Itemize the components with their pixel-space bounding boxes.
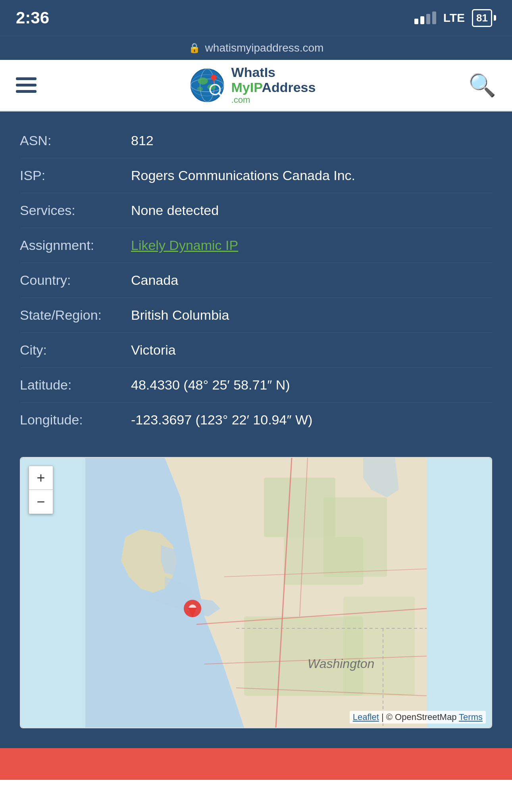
info-label: Latitude: xyxy=(20,377,131,393)
info-value: Canada xyxy=(131,273,178,288)
info-label: Longitude: xyxy=(20,412,131,428)
lock-icon: 🔒 xyxy=(189,42,200,54)
logo-whatis: WhatIs xyxy=(231,65,275,80)
hamburger-line-2 xyxy=(16,84,37,86)
info-value: Rogers Communications Canada Inc. xyxy=(131,168,355,183)
url-text: whatismyipaddress.com xyxy=(205,42,324,54)
map-section: + − xyxy=(0,449,512,748)
signal-bars xyxy=(414,12,436,24)
status-right: LTE 81 xyxy=(414,9,496,27)
info-label: Assignment: xyxy=(20,238,131,253)
signal-bar-1 xyxy=(414,19,418,24)
svg-text:Washington: Washington xyxy=(308,657,374,671)
info-value: -123.3697 (123° 22′ 10.94″ W) xyxy=(131,412,312,428)
url-bar[interactable]: 🔒 whatismyipaddress.com xyxy=(0,36,512,60)
hamburger-line-1 xyxy=(16,77,37,80)
battery-tip xyxy=(494,15,496,21)
info-value: Victoria xyxy=(131,342,176,358)
info-row: ASN:812 xyxy=(20,123,492,158)
info-value: None detected xyxy=(131,203,219,218)
svg-rect-15 xyxy=(323,497,387,577)
info-label: Services: xyxy=(20,203,131,218)
hamburger-menu[interactable] xyxy=(16,77,37,93)
url-bar-inner: 🔒 whatismyipaddress.com xyxy=(189,42,324,54)
svg-point-7 xyxy=(211,75,216,80)
leaflet-link[interactable]: Leaflet xyxy=(353,712,379,722)
signal-bar-4 xyxy=(432,12,436,24)
info-section: ASN:812ISP:Rogers Communications Canada … xyxy=(0,111,512,449)
signal-bar-2 xyxy=(420,16,424,24)
logo-myip: MyIP xyxy=(231,80,262,95)
bottom-bar xyxy=(0,748,512,780)
battery-level: 81 xyxy=(472,9,492,27)
info-row: ISP:Rogers Communications Canada Inc. xyxy=(20,158,492,193)
map-visual: Washington xyxy=(21,458,491,728)
info-row: Longitude:-123.3697 (123° 22′ 10.94″ W) xyxy=(20,403,492,437)
info-label: Country: xyxy=(20,273,131,288)
zoom-out-button[interactable]: − xyxy=(29,490,53,514)
map-container: + − xyxy=(20,457,492,728)
zoom-in-button[interactable]: + xyxy=(29,466,53,490)
info-label: ISP: xyxy=(20,168,131,183)
info-row: Country:Canada xyxy=(20,263,492,298)
info-label: State/Region: xyxy=(20,307,131,323)
info-value: 812 xyxy=(131,133,154,148)
logo-globe-icon xyxy=(189,67,225,103)
battery: 81 xyxy=(472,9,496,27)
svg-point-4 xyxy=(198,77,208,84)
info-value: 48.4330 (48° 25′ 58.71″ N) xyxy=(131,377,290,393)
osm-text: | © OpenStreetMap xyxy=(381,712,456,722)
search-icon[interactable]: 🔍 xyxy=(468,72,496,98)
map-area[interactable]: + − xyxy=(21,458,491,728)
info-row: Services:None detected xyxy=(20,193,492,228)
map-attribution: Leaflet | © OpenStreetMap Terms xyxy=(350,711,486,724)
info-row: City:Victoria xyxy=(20,333,492,368)
info-value: British Columbia xyxy=(131,307,229,323)
info-value[interactable]: Likely Dynamic IP xyxy=(131,238,238,253)
nav-bar: WhatIs MyIPAddress .com 🔍 xyxy=(0,60,512,111)
logo-text-block: WhatIs MyIPAddress .com xyxy=(231,65,316,105)
status-time: 2:36 xyxy=(16,8,49,27)
info-row: Latitude:48.4330 (48° 25′ 58.71″ N) xyxy=(20,368,492,403)
info-row: State/Region:British Columbia xyxy=(20,298,492,333)
logo[interactable]: WhatIs MyIPAddress .com xyxy=(189,65,316,105)
terms-link[interactable]: Terms xyxy=(459,712,483,722)
logo-com: .com xyxy=(231,95,250,105)
hamburger-line-3 xyxy=(16,90,37,93)
signal-bar-3 xyxy=(426,14,430,24)
logo-address: Address xyxy=(262,80,316,95)
info-row: Assignment:Likely Dynamic IP xyxy=(20,228,492,263)
status-bar: 2:36 LTE 81 xyxy=(0,0,512,36)
info-label: City: xyxy=(20,342,131,358)
info-label: ASN: xyxy=(20,133,131,148)
svg-point-6 xyxy=(197,86,202,91)
lte-label: LTE xyxy=(443,11,465,25)
map-zoom-controls: + − xyxy=(29,466,53,514)
